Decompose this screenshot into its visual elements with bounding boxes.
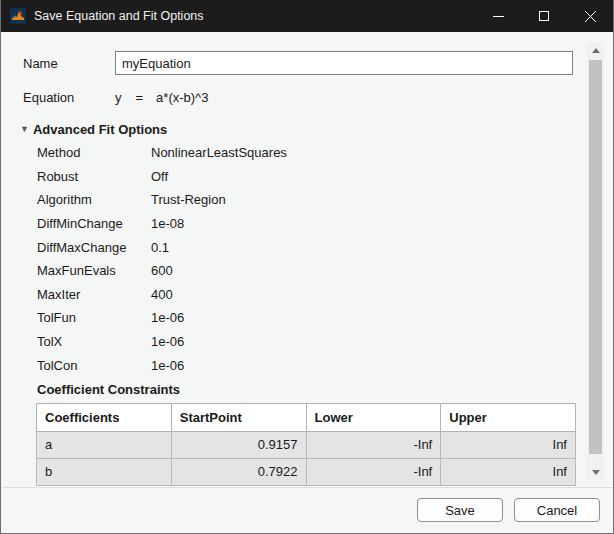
- option-row-diffminchange: DiffMinChange 1e-08: [23, 212, 573, 236]
- option-label: TolX: [37, 334, 151, 349]
- option-label: DiffMaxChange: [37, 240, 151, 255]
- name-label: Name: [23, 56, 115, 71]
- option-value: NonlinearLeastSquares: [151, 145, 287, 160]
- coefficient-constraints-table: Coefficients StartPoint Lower Upper a 0.…: [36, 403, 576, 486]
- option-label: TolFun: [37, 310, 151, 325]
- option-row-maxiter: MaxIter 400: [23, 283, 573, 307]
- option-value: 1e-06: [151, 358, 184, 373]
- option-row-maxfunevals: MaxFunEvals 600: [23, 259, 573, 283]
- option-value: 0.1: [151, 240, 169, 255]
- option-row-tolcon: TolCon 1e-06: [23, 353, 573, 377]
- option-value: Trust-Region: [151, 192, 226, 207]
- option-label: Method: [37, 145, 151, 160]
- dialog-content: Name Equation y = a*(x-b)^3 ▼ Advanced F…: [1, 32, 613, 488]
- advanced-options-list: Method NonlinearLeastSquares Robust Off …: [23, 141, 573, 377]
- cell-upper[interactable]: Inf: [441, 458, 576, 485]
- cell-coefficient[interactable]: b: [37, 458, 172, 485]
- scroll-up-icon[interactable]: [587, 42, 604, 58]
- table-header-row: Coefficients StartPoint Lower Upper: [37, 403, 576, 431]
- scrollbar-thumb[interactable]: [589, 60, 602, 454]
- coefficient-constraints-header: Coefficient Constraints: [23, 382, 573, 397]
- cell-lower[interactable]: -Inf: [306, 458, 441, 485]
- option-value: 1e-08: [151, 216, 184, 231]
- option-label: MaxFunEvals: [37, 263, 151, 278]
- option-row-diffmaxchange: DiffMaxChange 0.1: [23, 235, 573, 259]
- option-row-tolx: TolX 1e-06: [23, 330, 573, 354]
- name-row: Name: [23, 51, 573, 75]
- title-bar: Save Equation and Fit Options: [1, 0, 613, 32]
- column-header-upper[interactable]: Upper: [441, 403, 576, 431]
- minimize-button[interactable]: [475, 0, 521, 32]
- column-header-startpoint[interactable]: StartPoint: [171, 403, 306, 431]
- cell-startpoint[interactable]: 0.7922: [171, 458, 306, 485]
- cell-coefficient[interactable]: a: [37, 431, 172, 458]
- name-input[interactable]: [115, 51, 573, 75]
- cancel-button[interactable]: Cancel: [514, 498, 600, 522]
- option-row-tolfun: TolFun 1e-06: [23, 306, 573, 330]
- equation-rhs: a*(x-b)^3: [156, 90, 208, 105]
- option-row-robust: Robust Off: [23, 165, 573, 189]
- save-equation-dialog: Save Equation and Fit Options Name Equat…: [0, 0, 614, 534]
- option-value: 1e-06: [151, 310, 184, 325]
- option-label: MaxIter: [37, 287, 151, 302]
- option-label: DiffMinChange: [37, 216, 151, 231]
- advanced-fit-options-header[interactable]: ▼ Advanced Fit Options: [23, 122, 573, 137]
- table-row-a: a 0.9157 -Inf Inf: [37, 431, 576, 458]
- option-value: 400: [151, 287, 173, 302]
- option-row-algorithm: Algorithm Trust-Region: [23, 188, 573, 212]
- dialog-footer: Save Cancel: [2, 487, 612, 532]
- collapse-arrow-icon: ▼: [20, 124, 29, 134]
- scroll-down-icon[interactable]: [587, 464, 604, 480]
- window-title: Save Equation and Fit Options: [34, 9, 204, 23]
- option-value: Off: [151, 169, 168, 184]
- close-button[interactable]: [567, 0, 613, 32]
- advanced-fit-options-label: Advanced Fit Options: [33, 122, 167, 137]
- option-label: Algorithm: [37, 192, 151, 207]
- option-label: TolCon: [37, 358, 151, 373]
- table-row-b: b 0.7922 -Inf Inf: [37, 458, 576, 485]
- option-row-method: Method NonlinearLeastSquares: [23, 141, 573, 165]
- column-header-lower[interactable]: Lower: [306, 403, 441, 431]
- cell-startpoint[interactable]: 0.9157: [171, 431, 306, 458]
- equation-label: Equation: [23, 90, 115, 105]
- equation-lhs: y: [115, 90, 122, 105]
- vertical-scrollbar[interactable]: [587, 42, 604, 480]
- column-header-coefficients[interactable]: Coefficients: [37, 403, 172, 431]
- option-value: 1e-06: [151, 334, 184, 349]
- cell-lower[interactable]: -Inf: [306, 431, 441, 458]
- equation-row: Equation y = a*(x-b)^3: [23, 90, 573, 105]
- cell-upper[interactable]: Inf: [441, 431, 576, 458]
- save-button[interactable]: Save: [417, 498, 503, 522]
- option-value: 600: [151, 263, 173, 278]
- equation-equals: =: [136, 90, 144, 105]
- matlab-icon: [10, 8, 26, 24]
- maximize-button[interactable]: [521, 0, 567, 32]
- option-label: Robust: [37, 169, 151, 184]
